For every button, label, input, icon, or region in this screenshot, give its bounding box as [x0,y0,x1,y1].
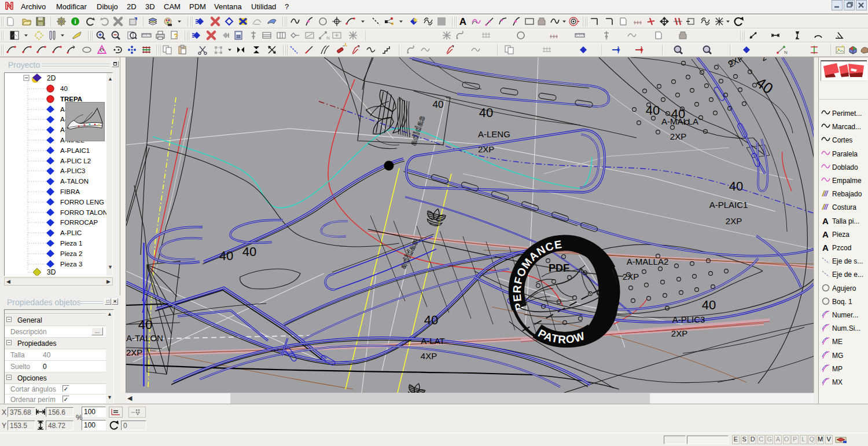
svg-text:40: 40 [60,85,68,92]
svg-text:A: A [822,217,829,226]
svg-text:40: 40 [138,317,152,332]
svg-text:2XP: 2XP [126,348,142,357]
svg-text:40: 40 [702,298,716,312]
svg-text:N: N [784,50,788,55]
svg-text:40: 40 [433,99,444,110]
svg-text:A-MALLA: A-MALLA [661,116,698,126]
svg-text:2XP: 2XP [478,144,494,154]
svg-text:A-LENG: A-LENG [478,129,510,139]
svg-text:4XP: 4XP [421,351,437,361]
svg-text:N: N [326,35,330,41]
svg-text:Pieza 1: Pieza 1 [60,240,82,247]
svg-text:A-MALLA2: A-MALLA2 [627,257,669,266]
svg-text:A-PLIC3: A-PLIC3 [60,167,85,174]
svg-text:?: ? [174,32,178,41]
svg-text:FORRO TALON: FORRO TALON [60,209,106,216]
svg-text:A-TALON: A-TALON [60,178,89,185]
svg-text:FORROCAP: FORROCAP [60,219,98,226]
svg-text:i: i [74,18,76,25]
svg-text:40: 40 [424,313,438,327]
svg-text:A-LAT: A-LAT [421,336,444,346]
svg-text:A-TALON: A-TALON [126,333,163,343]
svg-text:Pieza 2: Pieza 2 [60,250,82,257]
svg-text:40: 40 [729,179,743,193]
svg-text:40: 40 [646,103,660,118]
svg-text:40: 40 [479,105,493,120]
svg-text:2XP: 2XP [623,272,639,282]
svg-text:A: A [822,230,829,239]
svg-text:2D: 2D [47,74,56,82]
svg-text:FORRO LENG: FORRO LENG [60,199,104,206]
svg-text:40: 40 [242,244,256,259]
svg-text:3D: 3D [47,268,56,276]
svg-text:A: A [822,243,829,253]
svg-text:A-PLAIC1: A-PLAIC1 [709,200,748,210]
svg-text:40: 40 [219,248,233,263]
svg-text:A-PLIC L2: A-PLIC L2 [60,158,91,164]
svg-text:A-PLIC3: A-PLIC3 [672,315,705,324]
svg-text:A: A [459,16,466,27]
svg-text:Pieza 3: Pieza 3 [60,261,82,268]
svg-text:A-PLAIC1: A-PLAIC1 [60,147,90,154]
svg-text:FIBRA: FIBRA [60,188,80,195]
svg-text:2XP: 2XP [671,328,687,338]
svg-text:A-PLIC: A-PLIC [60,229,82,236]
svg-text:2XP: 2XP [726,216,742,226]
svg-text:2XP: 2XP [670,131,686,141]
